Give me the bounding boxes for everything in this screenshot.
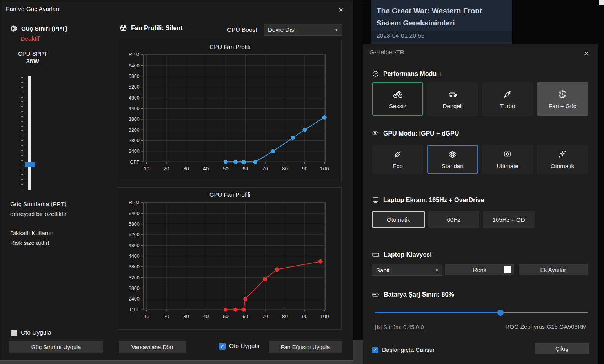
svg-text:3200: 3200 <box>129 127 140 133</box>
keyboard-icon <box>372 251 380 259</box>
ppt-warning-note: Dikkatli Kullanın Risk size aittir! <box>10 228 106 248</box>
checkbox-checked[interactable]: ✓ <box>219 343 226 350</box>
svg-text:80: 80 <box>282 313 288 319</box>
power-auto-apply-checkbox[interactable]: Oto Uygula <box>11 329 51 336</box>
svg-text:20: 20 <box>163 166 169 172</box>
svg-text:30: 30 <box>183 166 189 172</box>
cpu-boost-label: CPU Boost <box>227 26 257 33</box>
keyboard-header: Laptop Klavyesi <box>372 251 432 259</box>
version-link[interactable]: [₺] Sürüm: 0.45.0.0 <box>375 324 424 330</box>
svg-text:100: 100 <box>320 313 329 319</box>
auto-sparkle-icon <box>558 150 567 159</box>
reset-default-button[interactable]: Varsayılana Dön <box>119 341 186 353</box>
power-limit-title: Güç Sınırı (PPT) <box>21 25 67 32</box>
checkbox-checked[interactable]: ✓ <box>372 347 378 353</box>
button-label: Renk <box>473 267 486 273</box>
svg-text:RPM: RPM <box>129 200 140 205</box>
color-swatch[interactable] <box>504 266 511 273</box>
window-title: Fan ve Güç Ayarları <box>6 5 60 13</box>
keyboard-mode-dropdown[interactable]: Sabit ▾ <box>372 264 442 276</box>
svg-text:OFF: OFF <box>130 159 140 165</box>
keyboard-mode-value: Sabit <box>376 267 389 273</box>
gpu-card-icon <box>372 130 379 137</box>
mode-button-sessiz[interactable]: Sessiz <box>372 82 423 116</box>
slider-ticks <box>21 77 23 189</box>
performance-mode-row: Sessiz Dengeli Turbo Fan + Güç <box>372 82 588 116</box>
gpu-fan-curve-chart[interactable]: OFF240028003200380044004800520058006400R… <box>119 199 341 324</box>
cpu-fan-chart-panel: CPU Fan Profili OFF240028003200380044004… <box>118 40 342 181</box>
performance-mode-header[interactable]: Performans Modu + <box>372 70 442 78</box>
svg-text:2400: 2400 <box>129 148 140 154</box>
desktop-gap <box>353 0 363 364</box>
display-header: Laptop Ekranı: 165Hz + OverDrive <box>372 196 484 204</box>
display-button-60hz[interactable]: 60Hz <box>428 211 479 228</box>
fan-auto-apply-checkbox[interactable]: ✓ Oto Uygula <box>219 342 260 350</box>
fan-icon <box>119 24 127 32</box>
monitor-icon <box>372 196 379 204</box>
gpu-button-eco[interactable]: Eco <box>372 145 423 174</box>
svg-text:10: 10 <box>144 166 149 172</box>
desktop-gap-bottom <box>353 340 363 364</box>
battery-header: Batarya Şarj Sınırı: 80% <box>372 291 454 299</box>
chart-title: CPU Fan Profili <box>118 40 341 50</box>
taskbar-strip <box>0 361 353 364</box>
gpu-button-standart[interactable]: Standart <box>427 145 478 174</box>
svg-text:50: 50 <box>223 313 229 319</box>
gpu-mode-row: Eco Standart Ultimate Otomatik <box>372 145 588 174</box>
background-article-card: The Great War: Western Front Sistem Gere… <box>371 0 512 44</box>
slider-fill <box>375 312 500 313</box>
mode-label: Sessiz <box>389 103 406 109</box>
section-title: Laptop Ekranı: 165Hz + OverDrive <box>383 197 484 204</box>
mode-label: Standart <box>442 163 464 169</box>
display-button-165hz-od[interactable]: 165Hz + OD <box>483 211 535 228</box>
section-title: Laptop Klavyesi <box>384 251 432 258</box>
check-icon: ✓ <box>373 348 377 353</box>
display-button-otomatik[interactable]: Otomatik <box>372 211 425 228</box>
fan-icon <box>557 89 568 99</box>
mode-button-fan-guc[interactable]: Fan + Güç <box>537 82 588 116</box>
rocket-icon <box>502 89 513 99</box>
close-icon[interactable]: × <box>333 3 348 16</box>
svg-text:40: 40 <box>203 313 209 319</box>
apply-power-limit-button[interactable]: Güç Sınırını Uygula <box>9 341 103 353</box>
gpu-button-ultimate[interactable]: Ultimate <box>482 145 533 174</box>
cpu-boost-dropdown[interactable]: Devre Dışı ▾ <box>264 24 342 36</box>
keyboard-color-button[interactable]: Renk <box>445 264 514 275</box>
exit-button[interactable]: Çıkış <box>535 343 589 354</box>
keyboard-extra-settings-button[interactable]: Ek Ayarlar <box>519 264 588 275</box>
battery-charge-slider[interactable] <box>375 309 588 316</box>
mode-button-turbo[interactable]: Turbo <box>482 82 533 116</box>
section-title: Batarya Şarj Sınırı: 80% <box>384 291 454 298</box>
svg-text:3200: 3200 <box>129 275 140 281</box>
autostart-checkbox[interactable]: ✓ Başlangıçta Çalıştır <box>372 346 435 353</box>
svg-text:6400: 6400 <box>129 211 140 216</box>
mode-button-dengeli[interactable]: Dengeli <box>427 82 478 116</box>
article-timestamp: 2023-04-01 20:56 <box>371 31 512 42</box>
svg-text:70: 70 <box>262 313 268 319</box>
slider-thumb[interactable] <box>25 162 35 167</box>
gpu-button-otomatik[interactable]: Otomatik <box>537 145 588 174</box>
ghelper-window: G-Helper-TR × Performans Modu + Sessiz D… <box>363 44 598 364</box>
cpu-fan-curve-chart[interactable]: OFF240028003200380044004800520058006400R… <box>119 51 341 176</box>
mode-label: Ultimate <box>497 163 518 169</box>
svg-text:2800: 2800 <box>129 138 140 143</box>
mode-label: Eco <box>393 163 403 169</box>
close-icon[interactable]: × <box>579 47 594 60</box>
checkbox-unchecked[interactable] <box>11 330 17 336</box>
apply-fan-curve-button[interactable]: Fan Eğrisini Uygula <box>269 341 342 353</box>
svg-text:2400: 2400 <box>129 296 140 302</box>
checkbox-label: Oto Uygula <box>21 329 51 336</box>
slider-groove[interactable] <box>28 76 31 190</box>
svg-text:60: 60 <box>242 313 248 319</box>
ppt-slider-title: CPU SPPT <box>4 50 61 57</box>
slider-track[interactable] <box>500 312 588 313</box>
background-white-corner <box>599 0 604 5</box>
svg-text:20: 20 <box>163 313 169 319</box>
article-title: The Great War: Western Front Sistem Gere… <box>371 0 512 29</box>
gpu-mode-header: GPU Modu: iGPU + dGPU <box>372 130 459 137</box>
svg-text:40: 40 <box>203 166 209 172</box>
svg-text:5200: 5200 <box>129 232 140 237</box>
ppt-vertical-slider[interactable] <box>21 76 35 190</box>
ppt-slider-value: 35W <box>4 58 61 65</box>
slider-knob[interactable] <box>497 310 504 316</box>
